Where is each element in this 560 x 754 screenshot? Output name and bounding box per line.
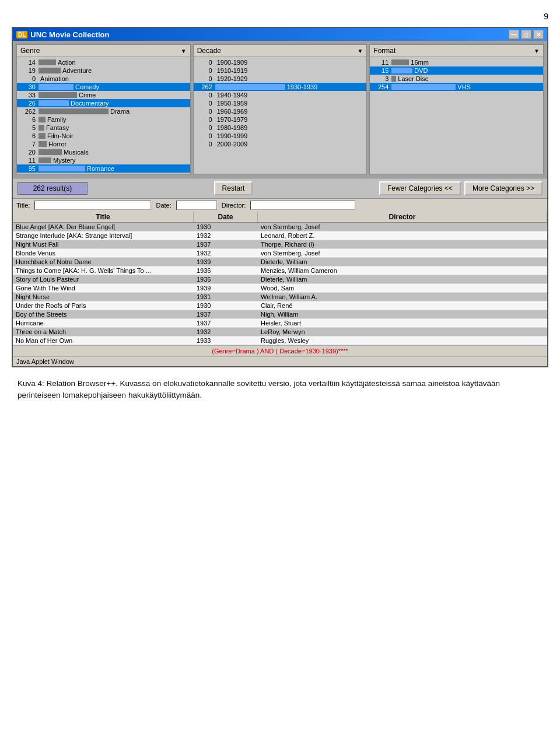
table-row[interactable]: Night Must Fall 1937 Thorpe, Richard (l)	[13, 240, 547, 249]
table-scroll[interactable]: Blue Angel [AKA: Der Blaue Engel] 1930 v…	[13, 223, 547, 345]
decade-item[interactable]: 01940-1949	[194, 91, 367, 99]
genre-item[interactable]: 95Romance	[17, 164, 190, 173]
table-row[interactable]: Under the Roofs of Paris 1930 Clair, Ren…	[13, 301, 547, 310]
cell-title: Night Must Fall	[13, 240, 194, 249]
date-search-input[interactable]	[176, 201, 217, 210]
director-search-label: Director:	[222, 202, 246, 209]
restart-button[interactable]: Restart	[214, 181, 253, 195]
cell-title: Three on a Match	[13, 328, 194, 336]
genre-item[interactable]: 9Sci-Fi	[17, 173, 190, 174]
table-row[interactable]: Night Nurse 1931 Wellman, William A.	[13, 293, 547, 301]
genre-item[interactable]: 5Fantasy	[17, 124, 190, 132]
format-dropdown-arrow[interactable]: ▼	[534, 48, 540, 54]
bottom-controls: 262 result(s) Restart Fewer Categories <…	[13, 178, 547, 198]
decade-dropdown-arrow[interactable]: ▼	[357, 48, 363, 54]
decade-item[interactable]: 01910-1919	[194, 66, 367, 75]
cell-title: Hunchback of Notre Dame	[13, 258, 194, 266]
cell-title: Boy of the Streets	[13, 310, 194, 319]
col-header-date[interactable]: Date	[194, 212, 258, 222]
cell-director: LeRoy, Merwyn	[258, 328, 547, 336]
format-header[interactable]: Format ▼	[370, 45, 543, 57]
cell-date: 1931	[194, 293, 258, 301]
cell-title: Blonde Venus	[13, 249, 194, 258]
table-wrapper: Blue Angel [AKA: Der Blaue Engel] 1930 v…	[13, 223, 547, 345]
director-search-input[interactable]	[250, 201, 355, 210]
format-item[interactable]: 3Laser Disc	[370, 75, 543, 83]
decade-item[interactable]: 02000-2009	[194, 140, 367, 148]
title-search-label: Title:	[16, 202, 30, 209]
format-item[interactable]: 254VHS	[370, 83, 543, 91]
cell-title: Gone With The Wind	[13, 284, 194, 293]
cell-date: 1936	[194, 266, 258, 275]
genre-item[interactable]: 0Animation	[17, 75, 190, 83]
title-bar: DL UNC Movie Collection — □ ✕	[13, 28, 547, 41]
fewer-categories-button[interactable]: Fewer Categories <<	[379, 181, 461, 195]
table-row[interactable]: No Man of Her Own 1933 Ruggles, Wesley	[13, 336, 547, 345]
cell-date: 1933	[194, 336, 258, 345]
genre-header[interactable]: Genre ▼	[17, 45, 190, 57]
format-item[interactable]: 15DVD	[370, 66, 543, 75]
close-button[interactable]: ✕	[533, 30, 544, 39]
title-bar-left: DL UNC Movie Collection	[16, 30, 109, 39]
decade-header[interactable]: Decade ▼	[194, 45, 367, 57]
format-label: Format	[373, 47, 396, 55]
cell-title: No Man of Her Own	[13, 336, 194, 345]
more-categories-button[interactable]: More Categories >>	[464, 181, 542, 195]
title-search-input[interactable]	[34, 201, 151, 210]
genre-item[interactable]: 19Adventure	[17, 66, 190, 75]
table-row[interactable]: Three on a Match 1932 LeRoy, Merwyn	[13, 328, 547, 336]
decade-item[interactable]: 01900-1909	[194, 58, 367, 66]
genre-dropdown-arrow[interactable]: ▼	[181, 48, 187, 54]
results-badge: 262 result(s)	[18, 182, 88, 195]
genre-item[interactable]: 262Drama	[17, 107, 190, 115]
genre-item[interactable]: 11Mystery	[17, 156, 190, 164]
date-search-label: Date:	[156, 202, 171, 209]
format-list[interactable]: 1116mm15DVD3Laser Disc254VHS	[370, 57, 543, 174]
cell-director: Heisler, Stuart	[258, 319, 547, 328]
genre-item[interactable]: 14Action	[17, 58, 190, 66]
status-bar: Java Applet Window	[13, 356, 547, 366]
decade-item[interactable]: 01920-1929	[194, 75, 367, 83]
table-row[interactable]: Blue Angel [AKA: Der Blaue Engel] 1930 v…	[13, 223, 547, 232]
table-row[interactable]: Hurricane 1937 Heisler, Stuart	[13, 319, 547, 328]
genre-list[interactable]: 14Action19Adventure0Animation30Comedy33C…	[17, 57, 190, 174]
cell-title: Night Nurse	[13, 293, 194, 301]
table-row[interactable]: Gone With The Wind 1939 Wood, Sam	[13, 284, 547, 293]
title-bar-buttons: — □ ✕	[509, 30, 544, 39]
table-row[interactable]: Strange Interlude [AKA: Strange Interval…	[13, 232, 547, 240]
genre-item[interactable]: 33Crime	[17, 91, 190, 99]
genre-item[interactable]: 26Documentary	[17, 99, 190, 107]
col-header-title[interactable]: Title	[13, 212, 194, 222]
table-row[interactable]: Blonde Venus 1932 von Sternberg, Josef	[13, 249, 547, 258]
table-row[interactable]: Things to Come [AKA: H. G. Wells' Things…	[13, 266, 547, 275]
decade-item[interactable]: 01950-1959	[194, 99, 367, 107]
format-item[interactable]: 1116mm	[370, 58, 543, 66]
col-header-director[interactable]: Director	[258, 212, 547, 222]
decade-item[interactable]: 2621930-1939	[194, 83, 367, 91]
cell-title: Blue Angel [AKA: Der Blaue Engel]	[13, 223, 194, 232]
window-title: UNC Movie Collection	[30, 30, 109, 39]
genre-item[interactable]: 6Film-Noir	[17, 132, 190, 140]
genre-item[interactable]: 20Musicals	[17, 148, 190, 156]
table-header: Title Date Director	[13, 212, 547, 223]
table-row[interactable]: Hunchback of Notre Dame 1939 Dieterle, W…	[13, 258, 547, 266]
decade-filter: Decade ▼ 01900-190901910-191901920-19292…	[193, 44, 368, 174]
table-row[interactable]: Boy of the Streets 1937 Nigh, William	[13, 310, 547, 319]
cell-director: Menzies, William Cameron	[258, 266, 547, 275]
decade-item[interactable]: 01980-1989	[194, 124, 367, 132]
cell-director: Dieterle, William	[258, 275, 547, 284]
cell-director: Leonard, Robert Z.	[258, 232, 547, 240]
genre-item[interactable]: 7Horror	[17, 140, 190, 148]
data-table: Blue Angel [AKA: Der Blaue Engel] 1930 v…	[13, 223, 547, 345]
maximize-button[interactable]: □	[521, 30, 531, 39]
minimize-button[interactable]: —	[509, 30, 519, 39]
cell-date: 1939	[194, 284, 258, 293]
decade-item[interactable]: 01990-1999	[194, 132, 367, 140]
decade-item[interactable]: 01960-1969	[194, 107, 367, 115]
table-row[interactable]: Story of Louis Pasteur 1936 Dieterle, Wi…	[13, 275, 547, 284]
genre-item[interactable]: 30Comedy	[17, 83, 190, 91]
decade-item[interactable]: 01970-1979	[194, 115, 367, 124]
dl-logo: DL	[16, 31, 27, 38]
decade-list[interactable]: 01900-190901910-191901920-19292621930-19…	[194, 57, 367, 174]
genre-item[interactable]: 6Family	[17, 115, 190, 124]
